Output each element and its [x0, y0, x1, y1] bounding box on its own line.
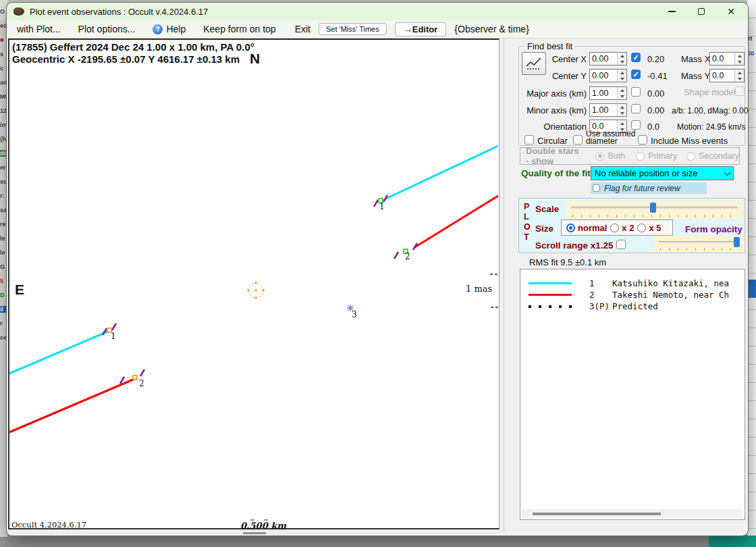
legend-listbox[interactable]: 1 Katsuhiko Kitazaki, nea 2 Takeshi Nemo…: [520, 269, 745, 520]
shape-model-label: Shape model: [684, 87, 736, 97]
menubar: with Plot... Plot options... ? Help Keep…: [7, 20, 748, 38]
circular-checkbox[interactable]: [524, 135, 534, 145]
spinner-arrows[interactable]: [617, 53, 626, 65]
major-axis-offset: 0.00: [647, 88, 664, 99]
legend-row: 2 Takeshi Nemoto, near Ch: [520, 289, 745, 301]
center-y-spinner[interactable]: 0.00: [589, 69, 627, 82]
plot-letter-t: T: [524, 233, 529, 241]
size-x2-radio[interactable]: [610, 224, 619, 232]
mass-y-spinner[interactable]: 0.0: [709, 69, 745, 82]
double-stars-both-radio: [595, 152, 604, 161]
double-stars-label: Double stars - show: [526, 146, 583, 166]
maximize-button[interactable]: [691, 4, 711, 19]
mass-x-label: Mass X: [681, 54, 710, 64]
plot-canvas[interactable]: [9, 40, 498, 527]
right-panel: Find best fit Center X 0.00 0.20 Mass X …: [514, 38, 748, 536]
major-axis-label: Major axis (km): [524, 88, 587, 99]
double-stars-both-label: Both: [608, 151, 625, 161]
legend-name-2: Takeshi Nemoto, near Ch: [612, 290, 729, 300]
scrollbar-thumb[interactable]: [243, 532, 266, 534]
quality-value: No reliable position or size: [595, 168, 697, 178]
form-opacity-slider[interactable]: [654, 236, 745, 252]
chart-icon: [525, 56, 543, 71]
scale-slider[interactable]: [566, 201, 742, 219]
spinner-arrows[interactable]: [617, 70, 626, 82]
spinner-arrows[interactable]: [617, 104, 626, 116]
km-scale-label: 0.500 km: [240, 521, 286, 531]
scroll-range-label: Scroll range x1.25: [535, 240, 614, 251]
plot-letter-p: P: [524, 203, 529, 211]
double-stars-group: Double stars - show Both Primary Seconda…: [520, 147, 740, 165]
legend-row: 1 Katsuhiko Kitazaki, nea: [520, 278, 745, 289]
minimize-button[interactable]: [662, 4, 682, 19]
center-y-offset: -0.41: [647, 71, 668, 81]
spinner-arrows[interactable]: [617, 87, 626, 99]
background-strip-bottom: [0, 537, 756, 547]
center-x-spinner[interactable]: 0.00: [589, 52, 627, 66]
menu-keep-on-top[interactable]: Keep form on top: [203, 24, 275, 34]
major-axis-checkbox[interactable]: [631, 87, 641, 97]
titlebar: Plot event observations : Occult v.4.202…: [7, 3, 748, 20]
editor-button[interactable]: →Editor: [395, 22, 447, 36]
menu-with-plot[interactable]: with Plot...: [17, 24, 61, 34]
circular-label: Circular: [537, 136, 568, 146]
double-stars-primary-radio: [636, 152, 645, 161]
menu-plot-options[interactable]: Plot options...: [78, 24, 136, 34]
legend-scrollbar[interactable]: [522, 509, 743, 518]
size-label: Size: [535, 224, 554, 234]
spinner-arrows[interactable]: [734, 70, 744, 82]
orientation-checkbox[interactable]: [631, 120, 641, 130]
size-normal-radio[interactable]: [566, 224, 575, 232]
use-assumed-checkbox[interactable]: [573, 135, 583, 145]
mass-x-spinner[interactable]: 0.0: [709, 52, 745, 66]
background-window-right: rt 00: [747, 0, 756, 547]
screen: Oed■scasMt12im{hdicersur:sareleleG5Dilrc…: [0, 0, 756, 547]
version-label: Occult 4.2024.6.17: [11, 520, 86, 529]
menu-help[interactable]: Help: [166, 24, 186, 34]
scroll-range-checkbox[interactable]: [616, 240, 626, 249]
major-axis-spinner[interactable]: 1.00: [589, 86, 627, 100]
background-taskbar-fragment: [709, 536, 756, 547]
find-best-fit-group: Find best fit Center X 0.00 0.20 Mass X …: [518, 46, 745, 146]
legend-scrollbar-thumb[interactable]: [533, 513, 661, 515]
app-icon: [14, 7, 24, 16]
background-selected-row: [747, 280, 756, 298]
set-miss-times-button[interactable]: Set 'Miss' Times: [319, 23, 387, 35]
quality-dropdown[interactable]: No reliable position or size: [591, 166, 734, 180]
minor-axis-spinner[interactable]: 1.00: [589, 103, 627, 117]
size-x5-radio[interactable]: [637, 224, 646, 232]
scale-slider-thumb[interactable]: [650, 203, 656, 213]
east-label: E: [15, 282, 24, 298]
fit-chart-button[interactable]: [522, 52, 546, 75]
plot-horizontal-scrollbar[interactable]: [8, 530, 500, 536]
spinner-arrows[interactable]: [734, 53, 744, 65]
double-stars-primary-label: Primary: [648, 151, 677, 161]
chord-label-2-upper: 2: [405, 252, 410, 261]
menu-exit[interactable]: Exit: [295, 24, 310, 34]
legend-num-1: 1: [589, 278, 612, 288]
center-y-label: Center Y: [546, 71, 587, 81]
legend-name-3: Predicted: [612, 301, 658, 311]
chord-label-1-upper: 1: [379, 202, 385, 211]
include-miss-checkbox[interactable]: [638, 135, 647, 145]
close-button[interactable]: ✕: [721, 4, 741, 19]
size-radio-group: normal x 2 x 5: [561, 219, 673, 236]
chord-label-1-lower: 1: [111, 332, 116, 341]
center-y-checkbox[interactable]: [631, 70, 641, 79]
form-opacity-slider-thumb[interactable]: [734, 237, 740, 247]
minor-axis-checkbox[interactable]: [631, 104, 641, 113]
center-x-label: Center X: [546, 54, 587, 64]
center-x-offset: 0.20: [647, 54, 664, 64]
orientation-label: Orientation: [524, 122, 587, 132]
panel-divider: [504, 38, 504, 531]
flag-review-checkbox[interactable]: [593, 184, 600, 192]
help-icon[interactable]: ?: [153, 24, 163, 34]
size-x2-label: x 2: [622, 223, 634, 233]
menu-observer-time[interactable]: {Observer & time}: [454, 24, 529, 34]
quality-label: Quality of the fit: [521, 168, 591, 178]
window-title: Plot event observations : Occult v.4.202…: [30, 7, 208, 17]
center-x-checkbox[interactable]: [631, 53, 641, 62]
double-stars-secondary-label: Secondary: [699, 151, 739, 161]
flag-review-label: Flag for future review: [604, 184, 680, 193]
minor-axis-label: Minor axis (km): [524, 105, 587, 115]
